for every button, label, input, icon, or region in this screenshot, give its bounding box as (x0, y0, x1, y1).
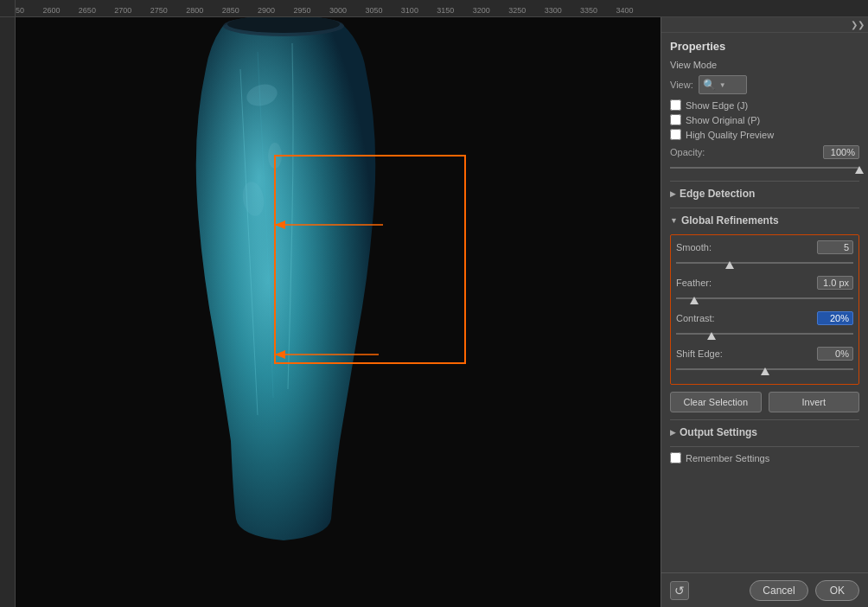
ruler-tick: 3050 (365, 6, 382, 15)
ruler-tick: 2600 (42, 6, 60, 15)
contrast-param: Contrast: 20% (676, 311, 853, 340)
edge-detection-arrow-icon: ▶ (670, 189, 676, 198)
ruler-tick: 2850 (222, 6, 239, 15)
smooth-thumb[interactable] (725, 261, 734, 269)
ruler-top: 2550260026502700275028002850290029503000… (0, 0, 868, 17)
opacity-slider-row (670, 162, 859, 174)
remember-settings-label: Remember Settings (686, 453, 769, 463)
shift-edge-value[interactable]: 0% (817, 347, 853, 361)
ruler-tick: 2800 (186, 6, 203, 15)
ruler-tick: 3150 (437, 6, 454, 15)
view-label: View: (670, 80, 693, 90)
global-refinements-label: Global Refinements (681, 214, 779, 227)
opacity-label: Opacity: (670, 147, 823, 157)
show-original-label: Show Original (P) (686, 115, 760, 125)
panel-body: Properties View Mode View: 🔍 ▼ (661, 33, 868, 572)
edge-detection-section[interactable]: ▶ Edge Detection (670, 185, 859, 202)
ok-button[interactable]: OK (815, 580, 859, 601)
high-quality-checkbox[interactable] (670, 129, 681, 140)
main-area: ❯❯ Properties View Mode View: 🔍 ▼ (0, 17, 868, 607)
output-settings-label: Output Settings (680, 426, 757, 438)
clear-selection-button[interactable]: Clear Selection (670, 392, 762, 412)
panel-top-bar: ❯❯ (661, 17, 868, 33)
contrast-slider-row (676, 328, 853, 340)
view-mode-section: View Mode View: 🔍 ▼ Show Edge (J) (670, 60, 859, 174)
eyedropper-icon: 🔍 (703, 79, 716, 91)
ruler-tick: 3100 (401, 6, 418, 15)
global-refinements-arrow-icon: ▼ (670, 216, 678, 225)
invert-button[interactable]: Invert (769, 392, 860, 412)
refinements-box: Smooth: 5 Feather: (670, 234, 859, 385)
shift-edge-slider-row (676, 363, 853, 375)
shift-edge-label: Shift Edge: (676, 348, 817, 359)
shift-edge-thumb[interactable] (761, 367, 769, 375)
divider-1 (670, 181, 859, 182)
opacity-thumb[interactable] (855, 166, 864, 174)
view-mode-header: View Mode (670, 60, 859, 70)
feather-value[interactable]: 1.0 px (817, 276, 853, 290)
opacity-track[interactable] (670, 167, 859, 169)
view-dropdown[interactable]: 🔍 ▼ (699, 75, 747, 94)
global-refinements-header[interactable]: ▼ Global Refinements (670, 212, 859, 229)
ruler-tick: 2900 (258, 6, 275, 15)
show-original-checkbox[interactable] (670, 114, 681, 125)
cancel-button[interactable]: Cancel (750, 580, 807, 601)
smooth-value[interactable]: 5 (817, 240, 853, 254)
reset-button[interactable]: ↺ (670, 581, 689, 600)
canvas-area (16, 17, 661, 607)
panel-bottom-bar: ↺ Cancel OK (661, 572, 868, 607)
ruler-tick: 3250 (508, 6, 526, 15)
high-quality-checkbox-row: High Quality Preview (670, 129, 859, 140)
show-edge-checkbox[interactable] (670, 99, 681, 111)
ruler-tick: 3400 (616, 6, 634, 15)
shift-edge-param: Shift Edge: 0% (676, 347, 853, 375)
feather-slider-row (676, 292, 853, 304)
collapse-icon[interactable]: ❯❯ (851, 20, 865, 29)
ruler-tick: 2750 (150, 6, 168, 15)
canvas-image (16, 17, 661, 607)
smooth-track[interactable] (676, 262, 853, 264)
ruler-tick: 2650 (79, 6, 96, 15)
reset-icon: ↺ (674, 584, 685, 597)
divider-2 (670, 208, 859, 208)
feather-param: Feather: 1.0 px (676, 276, 853, 304)
contrast-label: Contrast: (676, 313, 817, 323)
ruler-tick: 2950 (294, 6, 311, 15)
dropdown-arrow-icon: ▼ (719, 81, 726, 89)
right-panel: ❯❯ Properties View Mode View: 🔍 ▼ (661, 17, 868, 607)
ruler-tick: 2700 (114, 6, 131, 15)
panel-title: Properties (670, 40, 859, 53)
smooth-param: Smooth: 5 (676, 240, 853, 269)
ruler-tick: 3300 (545, 6, 562, 15)
app-container: 2550260026502700275028002850290029503000… (0, 0, 868, 607)
show-edge-label: Show Edge (J) (686, 100, 748, 111)
ruler-left (0, 17, 16, 607)
remember-settings-checkbox[interactable] (670, 452, 681, 463)
refinement-buttons-row: Clear Selection Invert (670, 392, 859, 412)
show-original-checkbox-row: Show Original (P) (670, 114, 859, 125)
ruler-tick: 3000 (329, 6, 347, 15)
feather-label: Feather: (676, 278, 817, 288)
divider-4 (670, 446, 859, 447)
high-quality-label: High Quality Preview (686, 130, 774, 140)
contrast-track[interactable] (676, 333, 853, 335)
remember-settings-row: Remember Settings (670, 452, 859, 463)
output-settings-arrow-icon: ▶ (670, 428, 676, 437)
feather-thumb[interactable] (690, 297, 699, 304)
contrast-value[interactable]: 20% (817, 311, 853, 325)
global-refinements-section: ▼ Global Refinements Smooth: 5 (670, 212, 859, 412)
opacity-value[interactable]: 100% (823, 145, 859, 159)
smooth-label: Smooth: (676, 242, 817, 252)
ruler-tick: 2550 (16, 6, 24, 15)
edge-detection-label: Edge Detection (680, 188, 755, 200)
output-settings-section[interactable]: ▶ Output Settings (670, 424, 859, 441)
contrast-thumb[interactable] (707, 332, 716, 340)
smooth-slider-row (676, 257, 853, 269)
divider-3 (670, 419, 859, 420)
ruler-tick: 3200 (473, 6, 490, 15)
ruler-tick: 3350 (580, 6, 597, 15)
feather-track[interactable] (676, 297, 853, 299)
show-edge-checkbox-row: Show Edge (J) (670, 99, 859, 111)
